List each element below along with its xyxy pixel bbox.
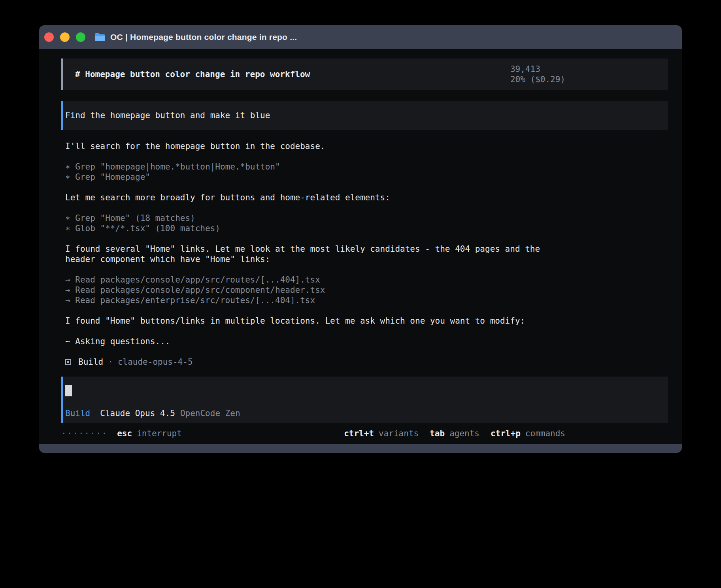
traffic-lights bbox=[44, 32, 85, 42]
tool-call-grep: ∗ Grep "homepage|home.*button|Home.*butt… bbox=[65, 162, 570, 172]
spinner-dots: ········ bbox=[61, 428, 108, 439]
terminal-window: OC | Homepage button color change in rep… bbox=[39, 25, 682, 453]
window-title: OC | Homepage button color change in rep… bbox=[110, 32, 297, 42]
tool-call-read: → Read packages/enterprise/src/routes/[.… bbox=[65, 295, 570, 305]
keybind-interrupt: esc interrupt bbox=[117, 428, 182, 439]
user-message-block: Find the homepage button and make it blu… bbox=[61, 101, 668, 130]
keybind-label: variants bbox=[379, 428, 419, 439]
tool-call-glob: ∗ Glob "**/*.tsx" (100 matches) bbox=[65, 223, 570, 234]
agent-model: claude-opus-4-5 bbox=[118, 357, 193, 367]
prompt-input[interactable]: Build Claude Opus 4.5 OpenCode Zen bbox=[61, 377, 668, 423]
agent-status-line: Build · claude-opus-4-5 bbox=[65, 357, 668, 367]
session-header: # Homepage button color change in repo w… bbox=[61, 58, 668, 90]
window-bottom-edge bbox=[39, 444, 682, 453]
keybind-commands: ctrl+p commands bbox=[491, 428, 565, 439]
close-button[interactable] bbox=[44, 32, 54, 42]
model-name[interactable]: Claude Opus 4.5 bbox=[100, 408, 175, 418]
assistant-text: Let me search more broadly for buttons a… bbox=[65, 192, 570, 203]
zoom-button[interactable] bbox=[76, 32, 85, 42]
keybind-key: ctrl+p bbox=[491, 428, 521, 439]
keybind-label: interrupt bbox=[137, 428, 182, 439]
agent-name: Build bbox=[78, 357, 103, 367]
keybind-label: commands bbox=[525, 428, 565, 439]
text-cursor bbox=[65, 385, 72, 396]
terminal-content: # Homepage button color change in repo w… bbox=[39, 49, 682, 444]
tool-call-read: → Read packages/console/app/src/componen… bbox=[65, 285, 570, 295]
agent-mode-label[interactable]: Build bbox=[65, 408, 90, 418]
status-bar-right: ctrl+t variants tab agents ctrl+p comman… bbox=[344, 428, 565, 439]
assistant-text: I found several "Home" links. Let me loo… bbox=[65, 244, 570, 264]
tool-call-read: → Read packages/console/app/src/routes/[… bbox=[65, 275, 570, 285]
working-status: ~ Asking questions... bbox=[65, 336, 570, 347]
keybind-key: ctrl+t bbox=[344, 428, 374, 439]
keybind-label: agents bbox=[449, 428, 479, 439]
assistant-text: I found "Home" buttons/links in multiple… bbox=[65, 316, 570, 326]
agent-separator: · bbox=[108, 357, 113, 367]
folder-icon bbox=[94, 33, 106, 41]
provider-name: OpenCode Zen bbox=[180, 408, 240, 418]
keybind-key: tab bbox=[430, 428, 445, 439]
status-bar-left: ········ esc interrupt bbox=[61, 428, 182, 439]
context-usage: 20% ($0.29) bbox=[510, 75, 565, 84]
minimize-button[interactable] bbox=[60, 32, 70, 42]
window-titlebar[interactable]: OC | Homepage button color change in rep… bbox=[39, 25, 682, 49]
input-meta-row: Build Claude Opus 4.5 OpenCode Zen bbox=[65, 408, 660, 418]
keybind-variants: ctrl+t variants bbox=[344, 428, 419, 439]
keybind-agents: tab agents bbox=[430, 428, 479, 439]
tool-call-grep: ∗ Grep "Home" (18 matches) bbox=[65, 213, 570, 223]
assistant-response: I'll search for the homepage button in t… bbox=[65, 141, 668, 367]
token-count: 39,413 bbox=[510, 64, 540, 74]
user-message-text: Find the homepage button and make it blu… bbox=[65, 110, 270, 121]
tool-call-grep: ∗ Grep "Homepage" bbox=[65, 172, 570, 182]
keybind-key: esc bbox=[117, 428, 132, 439]
session-stats: 39,413 20% ($0.29) bbox=[470, 54, 565, 95]
status-bar: ········ esc interrupt ctrl+t variants t… bbox=[61, 428, 565, 439]
session-title: # Homepage button color change in repo w… bbox=[75, 69, 310, 79]
agent-icon bbox=[65, 359, 71, 365]
assistant-text: I'll search for the homepage button in t… bbox=[65, 141, 570, 151]
